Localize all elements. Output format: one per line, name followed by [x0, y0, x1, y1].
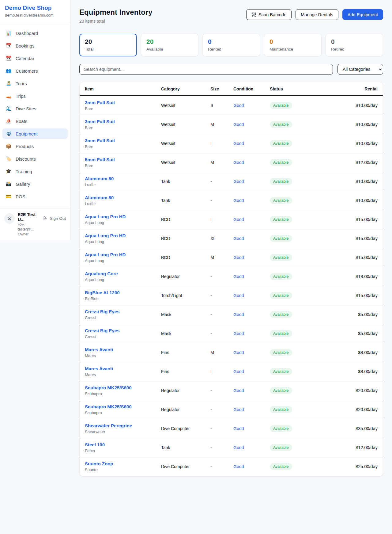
condition-link[interactable]: Good [233, 293, 270, 298]
package-icon: 📦 [6, 143, 12, 149]
sidebar-item-products[interactable]: 📦Products [2, 141, 68, 151]
sidebar-item-equipment[interactable]: 🤿Equipment [2, 128, 68, 139]
item-name-link[interactable]: 3mm Full Suit [85, 100, 161, 105]
condition-link[interactable]: Good [233, 464, 270, 469]
item-name-link[interactable]: Aqua Lung Pro HD [85, 233, 161, 238]
stat-card-total[interactable]: 20Total [79, 34, 137, 56]
sidebar-item-pos[interactable]: 💳POS [2, 191, 68, 202]
item-name-link[interactable]: 5mm Full Suit [85, 157, 161, 162]
item-cell: Mares AvantiMares [85, 347, 161, 358]
category-select[interactable]: All Categories [337, 64, 383, 75]
item-brand: Bare [85, 106, 161, 111]
sidebar-item-trips[interactable]: 🚤Trips [2, 91, 68, 101]
size-cell: L [210, 141, 233, 146]
status-cell: Available [270, 273, 316, 280]
item-name-link[interactable]: Mares Avanti [85, 347, 161, 352]
sidebar-item-tours[interactable]: 🏝️Tours [2, 78, 68, 89]
stat-card-rented[interactable]: 0Rented [202, 34, 260, 56]
item-name-link[interactable]: Aluminum 80 [85, 195, 161, 200]
sidebar-item-discounts[interactable]: 🏷️Discounts [2, 154, 68, 164]
rental-price: $8.00/day [316, 350, 378, 355]
sidebar-item-label: Calendar [16, 56, 34, 61]
sidebar-item-dive-sites[interactable]: 🌊Dive Sites [2, 103, 68, 114]
item-cell: Shearwater PeregrineShearwater [85, 423, 161, 434]
item-name-link[interactable]: 3mm Full Suit [85, 138, 161, 143]
condition-link[interactable]: Good [233, 350, 270, 355]
condition-link[interactable]: Good [233, 217, 270, 222]
condition-link[interactable]: Good [233, 179, 270, 184]
add-equipment-button[interactable]: Add Equipment [342, 9, 383, 20]
bar-chart-icon: 📊 [6, 30, 12, 36]
main-content: Equipment Inventory 20 items total Scan … [70, 0, 392, 476]
user-email: e2e-tester@... [18, 223, 40, 231]
table-row: Shearwater PeregrineShearwaterDive Compu… [80, 419, 383, 438]
size-cell: M [210, 255, 233, 260]
item-name-link[interactable]: Scubapro MK25/S600 [85, 404, 161, 409]
item-name-link[interactable]: Shearwater Peregrine [85, 423, 161, 428]
condition-link[interactable]: Good [233, 331, 270, 336]
sidebar-item-label: Equipment [16, 131, 38, 136]
condition-link[interactable]: Good [233, 160, 270, 165]
condition-link[interactable]: Good [233, 198, 270, 203]
condition-link[interactable]: Good [233, 407, 270, 412]
item-name-link[interactable]: Steel 100 [85, 442, 161, 447]
condition-link[interactable]: Good [233, 236, 270, 241]
condition-link[interactable]: Good [233, 388, 270, 393]
scan-barcode-button[interactable]: Scan Barcode [246, 9, 292, 20]
item-brand: Scubapro [85, 410, 161, 415]
page-header: Equipment Inventory 20 items total Scan … [79, 8, 383, 24]
category-cell: Wetsuit [161, 103, 210, 108]
sidebar-item-customers[interactable]: 👥Customers [2, 66, 68, 76]
item-name-link[interactable]: Scubapro MK25/S600 [85, 385, 161, 390]
sidebar-item-gallery[interactable]: 📸Gallery [2, 179, 68, 189]
category-cell: Fins [161, 350, 210, 355]
condition-link[interactable]: Good [233, 445, 270, 450]
item-cell: Aqua Lung Pro HDAqua Lung [85, 214, 161, 225]
table-row: Mares AvantiMaresFinsMGoodAvailable$8.00… [80, 343, 383, 362]
stat-card-retired[interactable]: 0Retired [326, 34, 383, 56]
table-header-row: ItemCategorySizeConditionStatusRental [80, 82, 383, 96]
status-cell: Available [270, 254, 316, 261]
condition-link[interactable]: Good [233, 369, 270, 374]
status-badge: Available [270, 387, 292, 394]
status-cell: Available [270, 406, 316, 413]
item-name-link[interactable]: Aqualung Core [85, 271, 161, 276]
item-name-link[interactable]: Aqua Lung Pro HD [85, 252, 161, 257]
condition-link[interactable]: Good [233, 122, 270, 127]
manage-rentals-button[interactable]: Manage Rentals [296, 9, 338, 20]
condition-link[interactable]: Good [233, 103, 270, 108]
item-name-link[interactable]: Aqua Lung Pro HD [85, 214, 161, 219]
header-actions: Scan Barcode Manage Rentals Add Equipmen… [246, 9, 383, 20]
sidebar-item-bookings[interactable]: 📅Bookings [2, 40, 68, 51]
condition-link[interactable]: Good [233, 426, 270, 431]
column-header-item: Item [85, 86, 161, 91]
item-name-link[interactable]: Cressi Big Eyes [85, 309, 161, 314]
table-row: Mares AvantiMaresFinsLGoodAvailable$8.00… [80, 362, 383, 381]
sidebar-item-dashboard[interactable]: 📊Dashboard [2, 28, 68, 38]
sidebar-item-training[interactable]: 🎓Training [2, 166, 68, 177]
category-cell: Wetsuit [161, 141, 210, 146]
item-name-link[interactable]: BigBlue AL1200 [85, 290, 161, 295]
rental-price: $8.00/day [316, 369, 378, 374]
rental-price: $18.00/day [316, 274, 378, 279]
brand-title[interactable]: Demo Dive Shop [5, 5, 65, 11]
search-input[interactable] [79, 64, 333, 75]
category-cell: Mask [161, 331, 210, 336]
size-cell: - [210, 331, 233, 336]
sidebar-item-boats[interactable]: ⛵Boats [2, 116, 68, 126]
item-name-link[interactable]: Aluminum 80 [85, 176, 161, 181]
item-name-link[interactable]: Cressi Big Eyes [85, 328, 161, 333]
item-name-link[interactable]: Mares Avanti [85, 366, 161, 371]
condition-link[interactable]: Good [233, 141, 270, 146]
stat-card-available[interactable]: 20Available [141, 34, 198, 56]
condition-link[interactable]: Good [233, 274, 270, 279]
stat-card-maintenance[interactable]: 0Maintenance [264, 34, 322, 56]
condition-link[interactable]: Good [233, 255, 270, 260]
sidebar-item-calendar[interactable]: 📆Calendar [2, 53, 68, 63]
condition-link[interactable]: Good [233, 312, 270, 317]
item-cell: Cressi Big EyesCressi [85, 328, 161, 339]
column-header-condition: Condition [233, 86, 270, 91]
item-name-link[interactable]: 3mm Full Suit [85, 119, 161, 124]
sign-out-button[interactable]: Sign Out [43, 216, 66, 221]
item-name-link[interactable]: Suunto Zoop [85, 461, 161, 466]
